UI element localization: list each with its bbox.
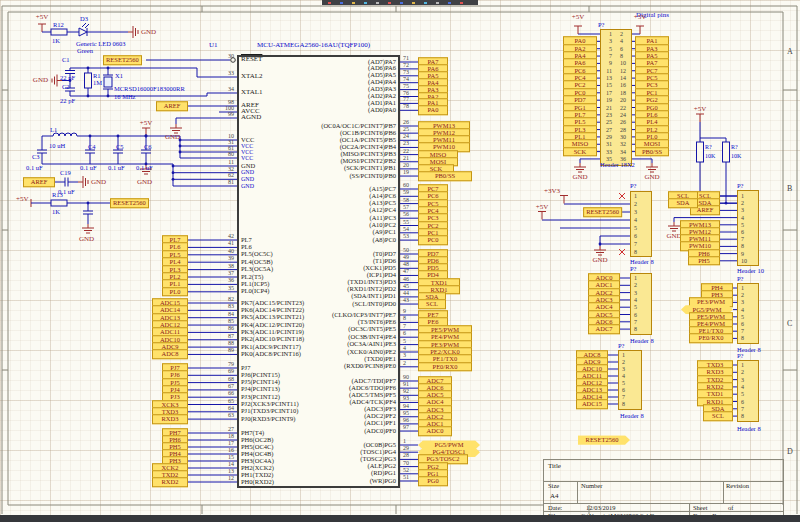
header-designator[interactable]: P?	[598, 22, 605, 29]
net-label-scl[interactable]: SCL	[418, 299, 446, 309]
r12-designator[interactable]: R12	[53, 22, 64, 29]
net-label-sda[interactable]: SDA	[668, 198, 698, 208]
header-designator[interactable]: P?	[737, 183, 744, 190]
rp2-designator[interactable]: R?	[731, 144, 738, 150]
net-label-pe0-rx0[interactable]: PE0/RX0	[418, 362, 472, 372]
p5v-flag[interactable]: +5V	[572, 14, 585, 21]
net-label-adc0[interactable]: ADC0	[418, 426, 452, 436]
gnd-text[interactable]: GND	[91, 179, 106, 186]
header-designator[interactable]: P?	[618, 343, 625, 350]
p5v-flag[interactable]: +5V	[634, 14, 647, 21]
header-pin-number: 3	[634, 209, 637, 215]
rp1-designator[interactable]: R?	[705, 144, 712, 150]
gnd-text[interactable]: GND	[141, 29, 156, 36]
l1-designator[interactable]: L1	[50, 127, 57, 134]
r12-value[interactable]: 1K	[52, 38, 60, 45]
r13-value[interactable]: 1K	[52, 209, 60, 216]
gnd-text[interactable]: GND	[572, 174, 587, 181]
gnd-text[interactable]: GND	[592, 257, 607, 264]
pin-number: 40	[228, 248, 234, 254]
net-label-pb0-ss[interactable]: PB0/SS	[418, 171, 472, 181]
r13-designator[interactable]: R13	[52, 192, 63, 199]
header-pin-number: 7	[622, 394, 625, 400]
reset2560-port[interactable]: RESET2560	[578, 435, 630, 445]
net-label-reset2560[interactable]: RESET2560	[103, 55, 142, 65]
net-label-ph5[interactable]: PH5	[688, 256, 720, 266]
gnd-text[interactable]: GND	[644, 174, 659, 181]
net-label-aref[interactable]: AREF	[23, 177, 55, 187]
gnd-text[interactable]: GND	[137, 179, 152, 186]
pin-name: PK5(ADC13/PCINT21)	[241, 314, 304, 321]
c5-designator[interactable]: C5	[116, 144, 124, 151]
net-label-scl[interactable]: SCL	[703, 411, 733, 421]
header-designator[interactable]: P?	[737, 353, 744, 360]
p3v3-flag[interactable]: +3V3	[544, 188, 560, 195]
c2-designator[interactable]: C2	[62, 84, 70, 91]
header-type-name: Header 18X2	[600, 162, 635, 169]
r1-value[interactable]: 1M	[93, 80, 102, 87]
d3-description2[interactable]: Green	[77, 48, 93, 55]
pin-name: PL3(OC5A)	[241, 266, 273, 273]
net-label-rxd2[interactable]: RXD2	[152, 477, 188, 487]
header-pin-number: 7	[741, 328, 744, 334]
mcu-designator[interactable]: U1	[209, 42, 218, 49]
header-pin-number: 18	[620, 90, 626, 96]
c19-designator[interactable]: C19	[60, 170, 71, 177]
junction-dot	[172, 171, 175, 174]
header-pin-number: 6	[741, 229, 744, 235]
p5v-flag[interactable]: +5V	[536, 204, 549, 211]
net-label-pg0[interactable]: PG0	[418, 476, 448, 486]
c1-value[interactable]: 22 pF	[60, 75, 75, 82]
net-label-reset2560[interactable]: RESET2560	[110, 198, 149, 208]
digital-pins-header[interactable]	[600, 29, 632, 166]
header-pin-number: 4	[741, 307, 744, 313]
c4-designator[interactable]: C4	[88, 144, 96, 151]
net-label-sck[interactable]: SCK	[563, 147, 597, 157]
l1-value[interactable]: 10 uH	[49, 143, 65, 150]
net-label-pc0[interactable]: PC0	[418, 235, 448, 245]
net-label-aref[interactable]: AREF	[156, 101, 188, 111]
mcu-part-name[interactable]: MCU-ATMEGA2560-16AU(TQFP100)	[257, 42, 370, 49]
c1-designator[interactable]: C1	[62, 57, 70, 64]
header-designator[interactable]: P?	[737, 276, 744, 283]
net-label-reset2560[interactable]: RESET2560	[583, 207, 622, 217]
gnd-text[interactable]: GND	[165, 134, 180, 141]
gnd-text[interactable]: GND	[33, 77, 48, 84]
c2-value[interactable]: 22 pF	[60, 98, 75, 105]
p5v-flag[interactable]: +5V	[140, 120, 153, 127]
header-designator[interactable]: P?	[630, 183, 637, 190]
header-pin-number: 7	[609, 53, 612, 59]
c3-designator[interactable]: C3	[32, 154, 40, 161]
net-label-pb0-ss[interactable]: PB0/SS	[635, 147, 669, 157]
rp1-value[interactable]: 10K	[705, 153, 715, 159]
net-label-pa0[interactable]: PA0	[418, 106, 448, 116]
x1-designator[interactable]: X1	[115, 73, 123, 80]
net-label-pe0-rx0[interactable]: PE0/RX0	[689, 334, 733, 344]
c4-value[interactable]: 0.1 uF	[80, 165, 97, 172]
header-pin-number: 33	[606, 149, 612, 155]
net-label-rxd3[interactable]: RXD3	[152, 414, 188, 424]
header-designator[interactable]: P?	[630, 266, 637, 273]
pin-number: 72	[403, 62, 409, 68]
rp2-value[interactable]: 10K	[731, 153, 741, 159]
pin-number: 60	[403, 182, 409, 188]
d3-designator[interactable]: D3	[80, 16, 88, 23]
junction-dot	[145, 135, 148, 138]
x1-frequency[interactable]: 16 MHz	[114, 94, 135, 101]
x1-part[interactable]: MCRSD16000F183000RR	[114, 86, 185, 93]
net-label-pl0[interactable]: PL0	[162, 287, 188, 297]
p5v-flag[interactable]: +5V	[36, 14, 49, 21]
c5-value[interactable]: 0.1 uF	[108, 165, 125, 172]
c3-value[interactable]: 0.1 uF	[26, 165, 43, 172]
gnd-text[interactable]: GND	[79, 236, 94, 243]
p5v-flag[interactable]: +5V	[694, 106, 707, 113]
header-pin-number: 31	[606, 141, 612, 147]
c6-designator[interactable]: C6	[144, 144, 152, 151]
net-label-adc15[interactable]: ADC15	[576, 399, 608, 409]
date-value: 12/03/2019	[586, 505, 616, 512]
net-label-adc8[interactable]: ADC8	[152, 350, 188, 360]
pin-name: PK0(ADC8/PCINT16)	[241, 351, 301, 358]
p5v-flag[interactable]: +5V	[16, 196, 29, 203]
c6-value[interactable]: 0.1 uF	[136, 165, 153, 172]
net-label-adc7[interactable]: ADC7	[588, 324, 620, 334]
